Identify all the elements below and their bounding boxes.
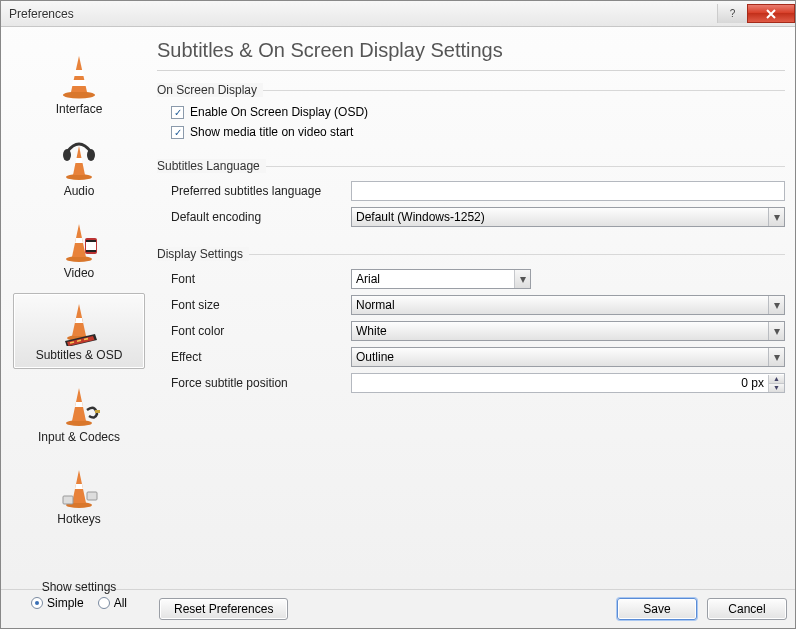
chevron-down-icon: ▾ bbox=[768, 296, 784, 314]
window-title: Preferences bbox=[9, 7, 74, 21]
sidebar-item-subtitles-osd[interactable]: Subtitles & OSD bbox=[13, 293, 145, 369]
group-heading: Subtitles Language bbox=[157, 159, 266, 173]
codecs-cone-icon bbox=[55, 380, 103, 428]
field-label: Preferred subtitles language bbox=[171, 184, 341, 198]
close-button[interactable] bbox=[747, 4, 795, 23]
chevron-down-icon: ▾ bbox=[768, 208, 784, 226]
svg-rect-13 bbox=[63, 496, 73, 504]
group-osd: On Screen Display ✓ Enable On Screen Dis… bbox=[157, 83, 785, 145]
sidebar-item-label: Interface bbox=[56, 102, 103, 116]
font-size-combo[interactable]: Normal ▾ bbox=[351, 295, 785, 315]
sidebar-item-audio[interactable]: Audio bbox=[13, 129, 145, 205]
combo-value: Arial bbox=[356, 272, 514, 286]
checkbox-show-title[interactable]: ✓ bbox=[171, 126, 184, 139]
divider bbox=[157, 70, 785, 71]
cone-icon bbox=[55, 52, 103, 100]
page-title: Subtitles & On Screen Display Settings bbox=[157, 33, 785, 70]
svg-point-0 bbox=[63, 92, 95, 99]
group-heading: On Screen Display bbox=[157, 83, 263, 97]
sidebar-item-input-codecs[interactable]: Input & Codecs bbox=[13, 375, 145, 451]
combo-value: Normal bbox=[356, 298, 768, 312]
radio-all[interactable]: All bbox=[98, 596, 127, 610]
sidebar-item-hotkeys[interactable]: Hotkeys bbox=[13, 457, 145, 533]
spinner-up-icon[interactable]: ▲ bbox=[769, 375, 784, 384]
sidebar-item-label: Hotkeys bbox=[57, 512, 100, 526]
group-subtitles-language: Subtitles Language Preferred subtitles l… bbox=[157, 159, 785, 233]
chevron-down-icon: ▾ bbox=[768, 322, 784, 340]
film-cone-icon bbox=[55, 216, 103, 264]
radio-icon bbox=[98, 597, 110, 609]
combo-value: Default (Windows-1252) bbox=[356, 210, 768, 224]
body: Interface Audio bbox=[1, 27, 795, 589]
hotkeys-cone-icon bbox=[55, 462, 103, 510]
field-label: Font bbox=[171, 272, 341, 286]
help-button[interactable]: ? bbox=[717, 4, 747, 23]
effect-combo[interactable]: Outline ▾ bbox=[351, 347, 785, 367]
radio-label: Simple bbox=[47, 596, 84, 610]
show-settings-label: Show settings bbox=[42, 580, 117, 594]
main-panel: Subtitles & On Screen Display Settings O… bbox=[157, 33, 787, 583]
svg-point-2 bbox=[63, 149, 71, 161]
spinner-value: 0 px bbox=[356, 376, 768, 390]
osd-cone-icon bbox=[55, 298, 103, 346]
field-label: Effect bbox=[171, 350, 341, 364]
svg-rect-8 bbox=[86, 250, 96, 252]
radio-simple[interactable]: Simple bbox=[31, 596, 84, 610]
sidebar-item-label: Subtitles & OSD bbox=[36, 348, 123, 362]
svg-rect-7 bbox=[86, 240, 96, 242]
radio-label: All bbox=[114, 596, 127, 610]
force-position-spinner[interactable]: 0 px ▲ ▼ bbox=[351, 373, 785, 393]
svg-point-3 bbox=[87, 149, 95, 161]
sidebar-item-label: Audio bbox=[64, 184, 95, 198]
group-heading: Display Settings bbox=[157, 247, 249, 261]
sidebar: Interface Audio bbox=[9, 33, 149, 583]
checkbox-label: Enable On Screen Display (OSD) bbox=[190, 105, 368, 119]
field-label: Force subtitle position bbox=[171, 376, 341, 390]
close-icon bbox=[765, 9, 777, 19]
field-label: Default encoding bbox=[171, 210, 341, 224]
sidebar-item-video[interactable]: Video bbox=[13, 211, 145, 287]
group-display-settings: Display Settings Font Arial ▾ Font size … bbox=[157, 247, 785, 399]
combo-value: White bbox=[356, 324, 768, 338]
font-combo[interactable]: Arial ▾ bbox=[351, 269, 531, 289]
svg-rect-14 bbox=[87, 492, 97, 500]
preferences-window: Preferences ? Interface bbox=[0, 0, 796, 629]
font-color-combo[interactable]: White ▾ bbox=[351, 321, 785, 341]
checkbox-enable-osd[interactable]: ✓ bbox=[171, 106, 184, 119]
show-settings-group: Show settings Simple All bbox=[9, 580, 149, 610]
encoding-combo[interactable]: Default (Windows-1252) ▾ bbox=[351, 207, 785, 227]
field-label: Font size bbox=[171, 298, 341, 312]
combo-value: Outline bbox=[356, 350, 768, 364]
spinner-down-icon[interactable]: ▼ bbox=[769, 384, 784, 392]
save-button[interactable]: Save bbox=[617, 598, 697, 620]
radio-icon bbox=[31, 597, 43, 609]
preferred-language-input[interactable] bbox=[351, 181, 785, 201]
field-label: Font color bbox=[171, 324, 341, 338]
footer: Show settings Simple All Reset Preferenc… bbox=[1, 589, 795, 628]
svg-rect-11 bbox=[95, 410, 100, 413]
headphones-cone-icon bbox=[55, 134, 103, 182]
sidebar-item-label: Video bbox=[64, 266, 94, 280]
chevron-down-icon: ▾ bbox=[768, 348, 784, 366]
titlebar: Preferences ? bbox=[1, 1, 795, 27]
reset-preferences-button[interactable]: Reset Preferences bbox=[159, 598, 288, 620]
cancel-button[interactable]: Cancel bbox=[707, 598, 787, 620]
checkbox-label: Show media title on video start bbox=[190, 125, 353, 139]
sidebar-item-interface[interactable]: Interface bbox=[13, 47, 145, 123]
sidebar-item-label: Input & Codecs bbox=[38, 430, 120, 444]
chevron-down-icon: ▾ bbox=[514, 270, 530, 288]
